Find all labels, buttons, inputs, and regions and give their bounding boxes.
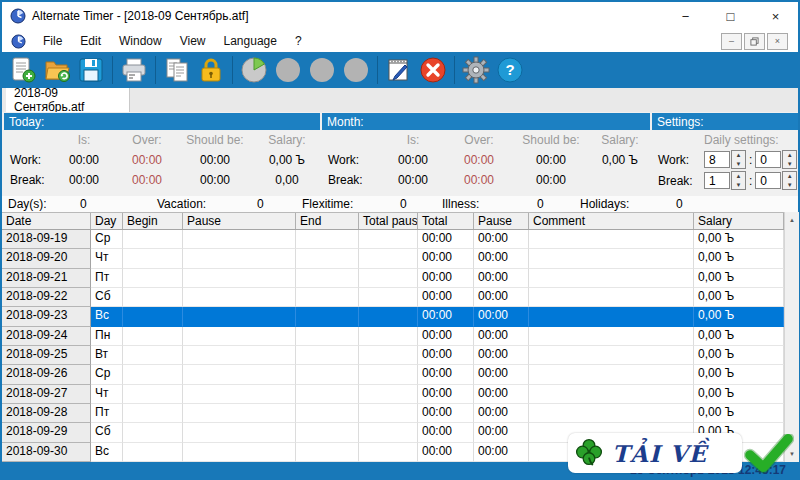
cell-end[interactable] (296, 346, 359, 365)
cell-end[interactable] (296, 365, 359, 384)
open-file-button[interactable] (41, 54, 73, 86)
cell-begin[interactable] (123, 423, 183, 442)
cell-pause2[interactable]: 00:00 (474, 307, 529, 326)
cell-end[interactable] (296, 385, 359, 404)
cell-total[interactable]: 00:00 (418, 443, 474, 462)
cell-end[interactable] (296, 249, 359, 268)
cell-total[interactable]: 00:00 (418, 288, 474, 307)
cell-salary[interactable]: 0,00 Ъ (694, 327, 784, 346)
cell-begin[interactable] (123, 385, 183, 404)
download-badge[interactable]: TẢI VỀ (568, 433, 742, 473)
minimize-button[interactable]: − (663, 2, 708, 30)
spin-down-icon[interactable]: ▼ (783, 181, 796, 190)
spin-up-icon[interactable]: ▲ (783, 151, 796, 160)
settings-button[interactable] (460, 54, 492, 86)
break-minutes-stepper[interactable]: ▲▼ (782, 171, 797, 190)
cell-end[interactable] (296, 443, 359, 462)
cell-pause2[interactable]: 00:00 (474, 365, 529, 384)
cell-pause[interactable] (183, 365, 296, 384)
cell-end[interactable] (296, 423, 359, 442)
cell-total[interactable]: 00:00 (418, 249, 474, 268)
cell-pause2[interactable]: 00:00 (474, 269, 529, 288)
save-file-button[interactable] (75, 54, 107, 86)
col-begin[interactable]: Begin (123, 213, 183, 229)
cell-pause[interactable] (183, 230, 296, 249)
cell-date[interactable]: 2018-09-23 (2, 307, 91, 326)
cell-begin[interactable] (123, 230, 183, 249)
cell-begin[interactable] (123, 346, 183, 365)
col-total[interactable]: Total (418, 213, 474, 229)
col-comment[interactable]: Comment (529, 213, 694, 229)
mdi-minimize-button[interactable]: – (721, 33, 742, 50)
cell-date[interactable]: 2018-09-27 (2, 385, 91, 404)
cell-pause2[interactable]: 00:00 (474, 443, 529, 462)
cell-date[interactable]: 2018-09-24 (2, 327, 91, 346)
cell-comment[interactable] (529, 385, 694, 404)
cell-day[interactable]: Пт (91, 404, 123, 423)
table-row[interactable]: 2018-09-23 Вс 00:00 00:00 0,00 Ъ (2, 307, 784, 326)
cell-pause[interactable] (183, 307, 296, 326)
cell-total[interactable]: 00:00 (418, 365, 474, 384)
table-row[interactable]: 2018-09-24 Пн 00:00 00:00 0,00 Ъ (2, 327, 784, 346)
cell-total[interactable]: 00:00 (418, 327, 474, 346)
work-hours-stepper[interactable]: ▲▼ (731, 150, 746, 169)
cell-day[interactable]: Вс (91, 443, 123, 462)
work-minutes-input[interactable]: 0 (755, 151, 781, 168)
cell-total[interactable]: 00:00 (418, 230, 474, 249)
spin-down-icon[interactable]: ▼ (732, 181, 745, 190)
cell-begin[interactable] (123, 249, 183, 268)
cell-begin[interactable] (123, 269, 183, 288)
cell-end[interactable] (296, 327, 359, 346)
col-pause[interactable]: Pause (183, 213, 296, 229)
table-row[interactable]: 2018-09-19 Ср 00:00 00:00 0,00 Ъ (2, 230, 784, 249)
cell-begin[interactable] (123, 327, 183, 346)
cell-day[interactable]: Ср (91, 230, 123, 249)
cell-comment[interactable] (529, 307, 694, 326)
cell-date[interactable]: 2018-09-30 (2, 443, 91, 462)
cell-date[interactable]: 2018-09-21 (2, 269, 91, 288)
cell-total[interactable]: 00:00 (418, 423, 474, 442)
cell-comment[interactable] (529, 365, 694, 384)
cell-day[interactable]: Сб (91, 288, 123, 307)
col-pause2[interactable]: Pause (474, 213, 529, 229)
table-row[interactable]: 2018-09-26 Ср 00:00 00:00 0,00 Ъ (2, 365, 784, 384)
cell-salary[interactable]: 0,00 Ъ (694, 269, 784, 288)
col-salary[interactable]: Salary (694, 213, 784, 229)
cell-pause[interactable] (183, 385, 296, 404)
cell-comment[interactable] (529, 346, 694, 365)
cell-day[interactable]: Ср (91, 365, 123, 384)
cell-day[interactable]: Чт (91, 385, 123, 404)
cell-comment[interactable] (529, 249, 694, 268)
lock-button[interactable] (195, 54, 227, 86)
cell-total-pause[interactable] (359, 307, 418, 326)
break-hours-stepper[interactable]: ▲▼ (731, 171, 746, 190)
break-minutes-input[interactable]: 0 (755, 172, 781, 189)
cell-date[interactable]: 2018-09-19 (2, 230, 91, 249)
cell-total-pause[interactable] (359, 327, 418, 346)
cell-day[interactable]: Сб (91, 423, 123, 442)
scroll-up-icon[interactable]: ▲ (785, 212, 799, 228)
cell-date[interactable]: 2018-09-22 (2, 288, 91, 307)
cell-comment[interactable] (529, 327, 694, 346)
cell-salary[interactable]: 0,00 Ъ (694, 346, 784, 365)
cell-total[interactable]: 00:00 (418, 269, 474, 288)
cell-salary[interactable]: 0,00 Ъ (694, 404, 784, 423)
cell-day[interactable]: Пн (91, 327, 123, 346)
col-total-pause[interactable]: Total pause (359, 213, 418, 229)
cell-pause2[interactable]: 00:00 (474, 423, 529, 442)
cell-end[interactable] (296, 230, 359, 249)
cell-begin[interactable] (123, 307, 183, 326)
cell-day[interactable]: Вт (91, 346, 123, 365)
spin-down-icon[interactable]: ▼ (732, 160, 745, 169)
cell-total[interactable]: 00:00 (418, 346, 474, 365)
new-file-button[interactable] (7, 54, 39, 86)
cell-total-pause[interactable] (359, 404, 418, 423)
cell-pause2[interactable]: 00:00 (474, 385, 529, 404)
cell-comment[interactable] (529, 269, 694, 288)
cell-pause[interactable] (183, 443, 296, 462)
cell-salary[interactable]: 0,00 Ъ (694, 288, 784, 307)
cell-salary[interactable]: 0,00 Ъ (694, 230, 784, 249)
cell-pause2[interactable]: 00:00 (474, 249, 529, 268)
cell-end[interactable] (296, 404, 359, 423)
cell-date[interactable]: 2018-09-28 (2, 404, 91, 423)
